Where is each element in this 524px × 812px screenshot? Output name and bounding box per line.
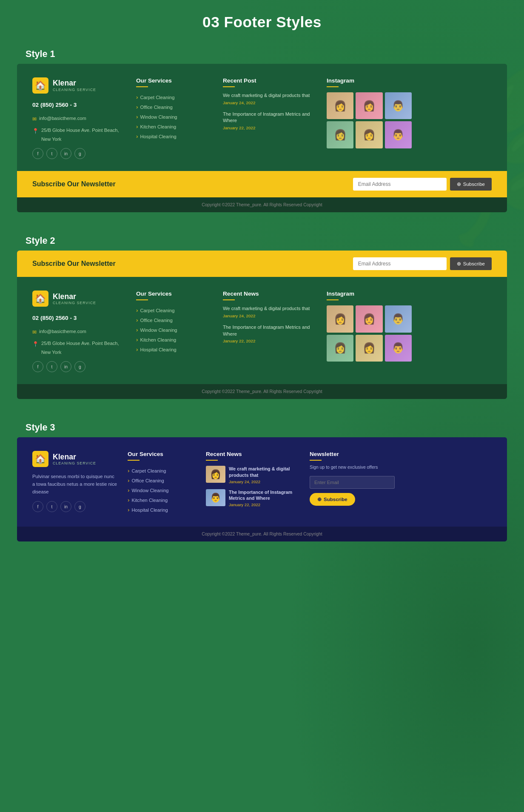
copyright-s3: Copyright ©2022 Theme_pure. All Rights R… — [17, 527, 507, 541]
insta-thumb-s2-6[interactable]: 👨 — [385, 335, 412, 362]
location-icon-s2: 📍 — [32, 339, 39, 349]
address-row-s1: 📍 25/B Globe House Ave. Point Beach, New… — [32, 126, 126, 144]
service-item-s3-1: Carpet Cleaning — [128, 466, 196, 476]
style2-label: Style 2 — [0, 228, 524, 251]
social-row-s3: f t in g — [32, 501, 117, 512]
footer-contact-s1: 02 (850) 2560 - 3 ✉ info@basictheme.com … — [32, 100, 126, 144]
service-item-s2-5: Hospital Clearing — [136, 345, 213, 354]
newsletter-bar-s2: Subscribe Our Newsletter ⊕ Subscribe — [17, 251, 507, 277]
services-title-s1: Our Services — [136, 77, 213, 87]
recent-news-2-s2: The Importance of Instagram Metrics and … — [223, 324, 316, 343]
subscribe-icon-s1: ⊕ — [457, 181, 461, 187]
insta-thumb-5[interactable]: 👩 — [356, 121, 382, 148]
social-row-s2: f t in g — [32, 361, 126, 372]
services-col-s2: Our Services Carpet Cleaning Office Clea… — [136, 291, 213, 372]
recent-news-2-s3: 👨 The Importance of Instagram Metrics an… — [206, 489, 299, 507]
newsletter-col-email-s3[interactable] — [310, 476, 395, 489]
recent-news-title-s3: Recent News — [206, 451, 299, 461]
logo-text-s1: Klenar Cleaning Service — [53, 79, 96, 91]
footer-style3: 🏠 Klenar Cleaning Service Pulvinar seneu… — [17, 437, 507, 541]
social-facebook-s2[interactable]: f — [32, 361, 43, 372]
newsletter-col-title-s3: Newsletter — [310, 451, 395, 461]
social-twitter-s1[interactable]: t — [46, 148, 57, 159]
social-instagram-s2[interactable]: in — [60, 361, 71, 372]
footer-logo-s2: 🏠 Klenar Cleaning Service — [32, 291, 126, 307]
instagram-title-s2: Instagram — [327, 291, 412, 300]
insta-thumb-3[interactable]: 👨 — [385, 92, 412, 119]
instagram-col-s2: Instagram 👩 👩 👨 👩 👩 👨 — [327, 291, 412, 372]
service-item-s2-2: Office Cleaning — [136, 315, 213, 325]
email-icon-s1: ✉ — [32, 114, 37, 124]
social-row-s1: f t in g — [32, 148, 126, 159]
insta-thumb-s2-1[interactable]: 👩 — [327, 305, 353, 332]
services-title-s3: Our Services — [128, 451, 196, 461]
insta-thumb-s2-2[interactable]: 👩 — [356, 305, 382, 332]
insta-thumb-s2-5[interactable]: 👩 — [356, 335, 382, 362]
insta-thumb-s2-3[interactable]: 👨 — [385, 305, 412, 332]
recent-news-1-s2: We craft marketing & digital products th… — [223, 305, 316, 318]
logo-text-s3: Klenar Cleaning Service — [53, 453, 96, 465]
instagram-col-s1: Instagram 👩 👩 👨 👩 👩 👨 — [327, 77, 412, 159]
services-list-s2: Carpet Cleaning Office Cleaning Window C… — [136, 305, 213, 354]
recent-news-col-s3: Recent News 👩 We craft marketing & digit… — [206, 451, 299, 515]
subscribe-col-icon-s3: ⊕ — [317, 496, 322, 502]
service-item-s3-2: Office Cleaning — [128, 476, 196, 485]
rn-thumb-2-s3: 👨 — [206, 489, 225, 506]
logo-icon-s3: 🏠 — [32, 451, 48, 467]
recent-post-title-s1: Recent Post — [223, 77, 316, 87]
newsletter-title-s2: Subscribe Our Newsletter — [32, 260, 117, 268]
social-google-s2[interactable]: g — [74, 361, 85, 372]
page-title: 03 Footer Styles — [0, 0, 524, 41]
services-col-s1: Our Services Carpet Cleaning Office Clea… — [136, 77, 213, 159]
footer-main-s1: 🏠 Klenar Cleaning Service 02 (850) 2560 … — [17, 64, 507, 171]
brand-col-s2: 🏠 Klenar Cleaning Service 02 (850) 2560 … — [32, 291, 126, 372]
newsletter-form-s1: ⊕ Subscribe — [126, 178, 492, 191]
service-item-2: Office Cleaning — [136, 102, 213, 112]
service-item-s2-3: Window Cleaning — [136, 325, 213, 335]
logo-icon-s2: 🏠 — [32, 291, 48, 307]
social-twitter-s3[interactable]: t — [46, 501, 57, 512]
recent-post-1-s1: We craft marketing & digital products th… — [223, 92, 316, 105]
instagram-title-s1: Instagram — [327, 77, 412, 87]
newsletter-subscribe-btn-s1[interactable]: ⊕ Subscribe — [450, 178, 492, 191]
recent-post-col-s1: Recent Post We craft marketing & digital… — [223, 77, 316, 159]
brand-desc-s3: Pulvinar seneus morbi to quisque nunc a … — [32, 473, 117, 496]
service-item-s2-4: Kitchen Cleaning — [136, 335, 213, 345]
logo-icon-s1: 🏠 — [32, 77, 48, 94]
social-facebook-s1[interactable]: f — [32, 148, 43, 159]
footer-main-s3: 🏠 Klenar Cleaning Service Pulvinar seneu… — [17, 437, 507, 527]
newsletter-subscribe-btn-s2[interactable]: ⊕ Subscribe — [450, 257, 492, 270]
email-row-s2: ✉ info@basictheme.com — [32, 327, 126, 337]
social-instagram-s3[interactable]: in — [60, 501, 71, 512]
insta-thumb-6[interactable]: 👨 — [385, 121, 412, 148]
service-item-s3-5: Hospital Clearing — [128, 505, 196, 515]
insta-thumb-2[interactable]: 👩 — [356, 92, 382, 119]
email-row-s1: ✉ info@basictheme.com — [32, 114, 126, 124]
newsletter-col-s3: Newsletter Sign up to get new exclusive … — [310, 451, 395, 515]
social-facebook-s3[interactable]: f — [32, 501, 43, 512]
social-google-s3[interactable]: g — [74, 501, 85, 512]
service-item-3: Window Cleaning — [136, 112, 213, 122]
newsletter-bar-s1: Subscribe Our Newsletter ⊕ Subscribe — [17, 171, 507, 197]
style3-label: Style 3 — [0, 414, 524, 437]
recent-news-title-s2: Recent News — [223, 291, 316, 300]
newsletter-email-s1[interactable] — [353, 178, 447, 191]
service-item-4: Kitchen Cleaning — [136, 122, 213, 131]
insta-thumb-1[interactable]: 👩 — [327, 92, 353, 119]
recent-news-col-s2: Recent News We craft marketing & digital… — [223, 291, 316, 372]
newsletter-email-s2[interactable] — [353, 257, 447, 270]
insta-thumb-4[interactable]: 👩 — [327, 121, 353, 148]
copyright-s2: Copyright ©2022 Theme_pure. All Rights R… — [17, 384, 507, 399]
newsletter-col-sub-s3: Sign up to get new exclusive offers — [310, 464, 395, 471]
services-title-s2: Our Services — [136, 291, 213, 300]
social-google-s1[interactable]: g — [74, 148, 85, 159]
location-icon-s1: 📍 — [32, 126, 39, 136]
footer-style1: 🏠 Klenar Cleaning Service 02 (850) 2560 … — [17, 64, 507, 212]
services-list-s3: Carpet Cleaning Office Cleaning Window C… — [128, 466, 196, 515]
social-instagram-s1[interactable]: in — [60, 148, 71, 159]
copyright-s1: Copyright ©2022 Theme_pure. All Rights R… — [17, 197, 507, 212]
social-twitter-s2[interactable]: t — [46, 361, 57, 372]
service-item-s2-1: Carpet Cleaning — [136, 305, 213, 315]
newsletter-col-btn-s3[interactable]: ⊕ Subscribe — [310, 493, 355, 506]
insta-thumb-s2-4[interactable]: 👩 — [327, 335, 353, 362]
